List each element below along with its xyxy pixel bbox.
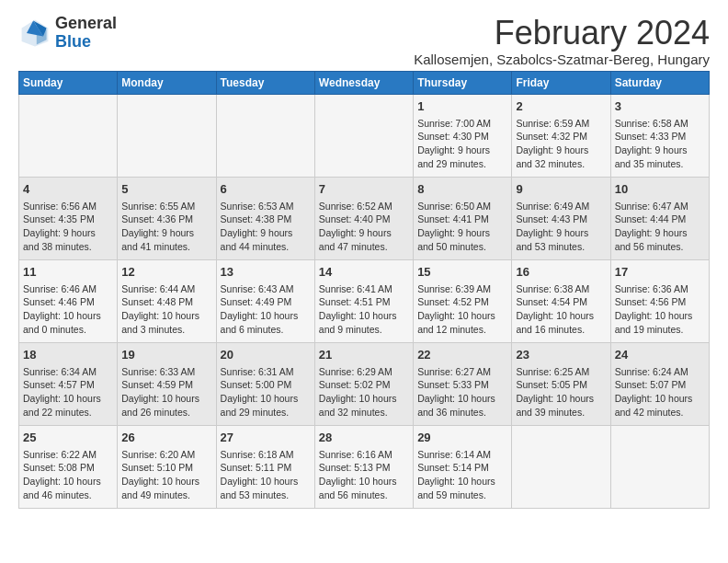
- day-cell: 4Sunrise: 6:56 AM Sunset: 4:35 PM Daylig…: [19, 177, 118, 259]
- day-cell: 8Sunrise: 6:50 AM Sunset: 4:41 PM Daylig…: [414, 177, 512, 259]
- cell-info: Sunrise: 6:50 AM Sunset: 4:41 PM Dayligh…: [417, 200, 507, 254]
- day-cell: 19Sunrise: 6:33 AM Sunset: 4:59 PM Dayli…: [118, 342, 216, 425]
- cell-info: Sunrise: 6:25 AM Sunset: 5:05 PM Dayligh…: [516, 365, 606, 419]
- day-cell: 12Sunrise: 6:44 AM Sunset: 4:48 PM Dayli…: [118, 259, 216, 342]
- header-cell-monday: Monday: [118, 71, 216, 94]
- day-cell: 10Sunrise: 6:47 AM Sunset: 4:44 PM Dayli…: [610, 177, 709, 259]
- cell-info: Sunrise: 6:29 AM Sunset: 5:02 PM Dayligh…: [319, 365, 409, 419]
- cell-info: Sunrise: 6:55 AM Sunset: 4:36 PM Dayligh…: [121, 200, 211, 254]
- day-cell: 21Sunrise: 6:29 AM Sunset: 5:02 PM Dayli…: [314, 342, 413, 425]
- day-number: 8: [417, 181, 507, 198]
- day-number: 6: [221, 181, 311, 198]
- month-title: February 2024: [414, 15, 710, 52]
- day-cell: [118, 94, 216, 177]
- day-cell: 9Sunrise: 6:49 AM Sunset: 4:43 PM Daylig…: [512, 177, 610, 259]
- week-row-3: 18Sunrise: 6:34 AM Sunset: 4:57 PM Dayli…: [19, 342, 710, 425]
- day-number: 19: [121, 347, 211, 363]
- cell-info: Sunrise: 6:53 AM Sunset: 4:38 PM Dayligh…: [221, 200, 311, 254]
- day-number: 29: [417, 430, 507, 446]
- day-cell: 22Sunrise: 6:27 AM Sunset: 5:33 PM Dayli…: [414, 342, 512, 425]
- day-number: 11: [23, 264, 113, 281]
- day-cell: 3Sunrise: 6:58 AM Sunset: 4:33 PM Daylig…: [610, 94, 709, 177]
- cell-info: Sunrise: 6:34 AM Sunset: 4:57 PM Dayligh…: [23, 365, 113, 419]
- day-number: 12: [121, 264, 211, 281]
- day-cell: [610, 425, 709, 508]
- header-cell-saturday: Saturday: [610, 71, 709, 94]
- day-cell: 16Sunrise: 6:38 AM Sunset: 4:54 PM Dayli…: [512, 259, 610, 342]
- day-cell: 23Sunrise: 6:25 AM Sunset: 5:05 PM Dayli…: [512, 342, 610, 425]
- day-cell: [512, 425, 610, 508]
- day-number: 27: [221, 430, 311, 446]
- cell-info: Sunrise: 6:56 AM Sunset: 4:35 PM Dayligh…: [23, 200, 113, 254]
- day-number: 1: [417, 98, 507, 115]
- day-cell: 11Sunrise: 6:46 AM Sunset: 4:46 PM Dayli…: [19, 259, 118, 342]
- day-cell: 17Sunrise: 6:36 AM Sunset: 4:56 PM Dayli…: [610, 259, 709, 342]
- day-number: 9: [516, 181, 606, 198]
- cell-info: Sunrise: 6:20 AM Sunset: 5:10 PM Dayligh…: [121, 448, 211, 502]
- day-number: 14: [319, 264, 409, 281]
- day-number: 10: [615, 181, 705, 198]
- day-cell: [19, 94, 118, 177]
- day-cell: 18Sunrise: 6:34 AM Sunset: 4:57 PM Dayli…: [19, 342, 118, 425]
- day-number: 23: [516, 347, 606, 363]
- cell-info: Sunrise: 7:00 AM Sunset: 4:30 PM Dayligh…: [417, 117, 507, 171]
- day-number: 18: [23, 347, 113, 363]
- day-cell: 6Sunrise: 6:53 AM Sunset: 4:38 PM Daylig…: [216, 177, 314, 259]
- logo: General Blue: [18, 15, 117, 52]
- cell-info: Sunrise: 6:39 AM Sunset: 4:52 PM Dayligh…: [417, 282, 507, 337]
- header-cell-friday: Friday: [512, 71, 610, 94]
- title-block: February 2024 Kallosemjen, Szabolcs-Szat…: [414, 15, 710, 67]
- cell-info: Sunrise: 6:44 AM Sunset: 4:48 PM Dayligh…: [121, 282, 211, 337]
- day-number: 7: [319, 181, 409, 198]
- cell-info: Sunrise: 6:58 AM Sunset: 4:33 PM Dayligh…: [615, 117, 705, 171]
- logo-line2: Blue: [55, 33, 117, 52]
- cell-info: Sunrise: 6:46 AM Sunset: 4:46 PM Dayligh…: [23, 282, 113, 337]
- day-cell: 2Sunrise: 6:59 AM Sunset: 4:32 PM Daylig…: [512, 94, 610, 177]
- header-cell-thursday: Thursday: [414, 71, 512, 94]
- day-cell: 26Sunrise: 6:20 AM Sunset: 5:10 PM Dayli…: [118, 425, 216, 508]
- day-number: 15: [417, 264, 507, 281]
- day-number: 28: [319, 430, 409, 446]
- cell-info: Sunrise: 6:49 AM Sunset: 4:43 PM Dayligh…: [516, 200, 606, 254]
- cell-info: Sunrise: 6:22 AM Sunset: 5:08 PM Dayligh…: [23, 448, 113, 502]
- cell-info: Sunrise: 6:36 AM Sunset: 4:56 PM Dayligh…: [615, 282, 705, 337]
- header-cell-wednesday: Wednesday: [314, 71, 413, 94]
- day-cell: 14Sunrise: 6:41 AM Sunset: 4:51 PM Dayli…: [314, 259, 413, 342]
- day-cell: 24Sunrise: 6:24 AM Sunset: 5:07 PM Dayli…: [610, 342, 709, 425]
- day-cell: 1Sunrise: 7:00 AM Sunset: 4:30 PM Daylig…: [414, 94, 512, 177]
- day-cell: 29Sunrise: 6:14 AM Sunset: 5:14 PM Dayli…: [414, 425, 512, 508]
- week-row-1: 4Sunrise: 6:56 AM Sunset: 4:35 PM Daylig…: [19, 177, 710, 259]
- day-cell: 20Sunrise: 6:31 AM Sunset: 5:00 PM Dayli…: [216, 342, 314, 425]
- day-number: 13: [221, 264, 311, 281]
- header-row: SundayMondayTuesdayWednesdayThursdayFrid…: [19, 71, 710, 94]
- day-cell: 25Sunrise: 6:22 AM Sunset: 5:08 PM Dayli…: [19, 425, 118, 508]
- week-row-0: 1Sunrise: 7:00 AM Sunset: 4:30 PM Daylig…: [19, 94, 710, 177]
- cell-info: Sunrise: 6:38 AM Sunset: 4:54 PM Dayligh…: [516, 282, 606, 337]
- day-cell: 5Sunrise: 6:55 AM Sunset: 4:36 PM Daylig…: [118, 177, 216, 259]
- day-cell: [216, 94, 314, 177]
- day-number: 16: [516, 264, 606, 281]
- cell-info: Sunrise: 6:14 AM Sunset: 5:14 PM Dayligh…: [417, 448, 507, 502]
- day-number: 25: [23, 430, 113, 446]
- day-cell: 28Sunrise: 6:16 AM Sunset: 5:13 PM Dayli…: [314, 425, 413, 508]
- cell-info: Sunrise: 6:33 AM Sunset: 4:59 PM Dayligh…: [121, 365, 211, 419]
- page-header: General Blue February 2024 Kallosemjen, …: [18, 15, 710, 67]
- week-row-2: 11Sunrise: 6:46 AM Sunset: 4:46 PM Dayli…: [19, 259, 710, 342]
- day-number: 22: [417, 347, 507, 363]
- cell-info: Sunrise: 6:47 AM Sunset: 4:44 PM Dayligh…: [615, 200, 705, 254]
- logo-line1: General: [55, 15, 117, 33]
- header-cell-tuesday: Tuesday: [216, 71, 314, 94]
- day-cell: 13Sunrise: 6:43 AM Sunset: 4:49 PM Dayli…: [216, 259, 314, 342]
- cell-info: Sunrise: 6:43 AM Sunset: 4:49 PM Dayligh…: [221, 282, 311, 337]
- cell-info: Sunrise: 6:59 AM Sunset: 4:32 PM Dayligh…: [516, 117, 606, 171]
- cell-info: Sunrise: 6:24 AM Sunset: 5:07 PM Dayligh…: [615, 365, 705, 419]
- day-cell: 15Sunrise: 6:39 AM Sunset: 4:52 PM Dayli…: [414, 259, 512, 342]
- day-cell: [314, 94, 413, 177]
- cell-info: Sunrise: 6:27 AM Sunset: 5:33 PM Dayligh…: [417, 365, 507, 419]
- day-number: 24: [615, 347, 705, 363]
- location-title: Kallosemjen, Szabolcs-Szatmar-Bereg, Hun…: [414, 52, 710, 67]
- day-number: 17: [615, 264, 705, 281]
- day-number: 5: [121, 181, 211, 198]
- cell-info: Sunrise: 6:16 AM Sunset: 5:13 PM Dayligh…: [319, 448, 409, 502]
- day-number: 2: [516, 98, 606, 115]
